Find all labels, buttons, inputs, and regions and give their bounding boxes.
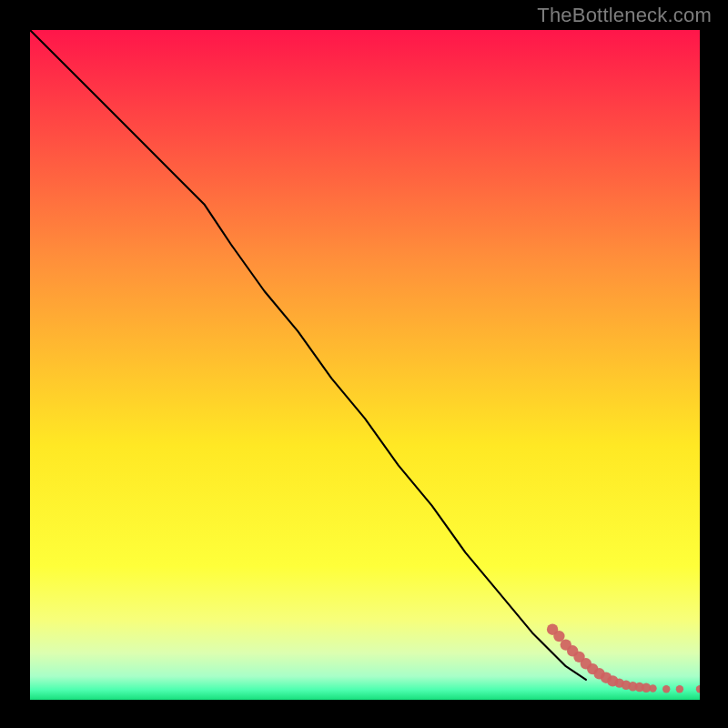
watermark-text: TheBottleneck.com bbox=[537, 4, 712, 27]
plot-area bbox=[30, 30, 700, 700]
plot-svg bbox=[30, 30, 700, 700]
chart-stage: TheBottleneck.com bbox=[0, 0, 728, 728]
tail-dot bbox=[662, 685, 670, 693]
tail-dot bbox=[649, 684, 656, 692]
tail-dot bbox=[676, 685, 683, 693]
